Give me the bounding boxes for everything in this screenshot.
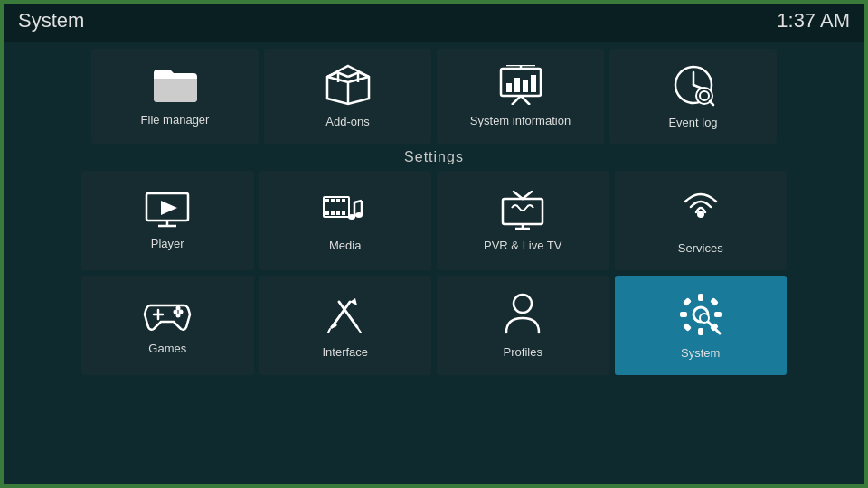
svg-rect-28 <box>342 211 345 215</box>
games-icon <box>143 296 192 333</box>
svg-marker-49 <box>350 298 357 305</box>
settings-label: Settings <box>404 149 464 165</box>
svg-marker-19 <box>161 201 177 215</box>
tile-media-label: Media <box>329 239 361 252</box>
tile-pvr-label: PVR & Live TV <box>484 239 561 252</box>
media-icon <box>322 190 369 230</box>
svg-rect-21 <box>326 199 329 202</box>
main-content: File manager Add-ons <box>0 42 868 382</box>
services-icon <box>678 187 723 232</box>
svg-rect-23 <box>336 199 340 202</box>
interface-icon <box>323 293 368 336</box>
player-icon <box>145 192 190 228</box>
svg-rect-7 <box>514 78 520 92</box>
top-bar: System 1:37 AM <box>0 0 868 42</box>
tile-pvr-live-tv[interactable]: PVR & Live TV <box>437 171 609 270</box>
addons-icon <box>326 64 371 106</box>
svg-point-42 <box>174 309 178 314</box>
profiles-icon <box>503 293 542 336</box>
svg-point-45 <box>176 313 181 317</box>
tile-file-manager[interactable]: File manager <box>91 49 259 144</box>
system-icon <box>678 292 723 337</box>
clock: 1:37 AM <box>777 9 850 33</box>
svg-rect-9 <box>531 75 536 92</box>
svg-rect-54 <box>698 294 703 301</box>
svg-point-32 <box>348 214 355 220</box>
svg-rect-27 <box>336 211 340 215</box>
tile-services-label: Services <box>678 241 723 255</box>
tile-games-label: Games <box>148 342 186 355</box>
svg-rect-26 <box>331 211 335 215</box>
svg-line-47 <box>328 329 330 333</box>
folder-icon <box>152 66 199 104</box>
tile-profiles[interactable]: Profiles <box>437 276 609 375</box>
system-info-icon <box>497 65 544 105</box>
svg-point-52 <box>514 295 532 313</box>
svg-rect-24 <box>342 199 345 202</box>
svg-rect-58 <box>683 297 692 306</box>
tile-system[interactable]: System <box>615 276 788 375</box>
svg-rect-56 <box>680 312 687 317</box>
tile-services[interactable]: Services <box>615 171 788 270</box>
svg-line-4 <box>512 96 521 105</box>
svg-point-44 <box>176 305 181 310</box>
pvr-icon <box>499 190 546 230</box>
tile-interface-label: Interface <box>322 345 368 359</box>
tile-player[interactable]: Player <box>81 171 254 270</box>
svg-point-63 <box>700 314 709 323</box>
tile-interface[interactable]: Interface <box>259 276 432 375</box>
svg-line-51 <box>357 327 361 333</box>
tile-system-information[interactable]: System information <box>437 49 604 144</box>
settings-section: Settings Player <box>81 149 787 375</box>
tile-media[interactable]: Media <box>259 171 432 270</box>
tile-event-log-label: Event log <box>668 116 717 129</box>
tile-add-ons[interactable]: Add-ons <box>264 49 431 144</box>
svg-rect-22 <box>331 199 335 202</box>
svg-line-48 <box>332 325 335 327</box>
tile-games[interactable]: Games <box>81 276 254 375</box>
tile-file-manager-label: File manager <box>141 113 210 127</box>
svg-line-14 <box>710 101 713 105</box>
svg-rect-6 <box>506 83 512 92</box>
svg-rect-8 <box>523 80 528 92</box>
tile-system-information-label: System information <box>470 114 571 127</box>
svg-point-33 <box>355 212 363 218</box>
svg-point-39 <box>697 211 704 218</box>
tile-event-log[interactable]: Event log <box>609 49 777 144</box>
svg-rect-60 <box>683 323 692 332</box>
tile-player-label: Player <box>151 237 184 250</box>
svg-line-5 <box>521 96 530 105</box>
tile-profiles-label: Profiles <box>504 345 542 359</box>
svg-rect-25 <box>326 211 329 215</box>
app-title: System <box>18 9 84 33</box>
svg-point-43 <box>179 309 184 314</box>
svg-rect-59 <box>710 297 719 306</box>
settings-grid: Player <box>81 171 787 375</box>
svg-rect-55 <box>698 328 703 335</box>
top-tiles-row: File manager Add-ons <box>81 49 787 144</box>
tile-add-ons-label: Add-ons <box>326 115 369 128</box>
tile-system-label: System <box>681 346 720 360</box>
svg-rect-57 <box>714 312 722 317</box>
event-log-icon <box>672 63 715 107</box>
